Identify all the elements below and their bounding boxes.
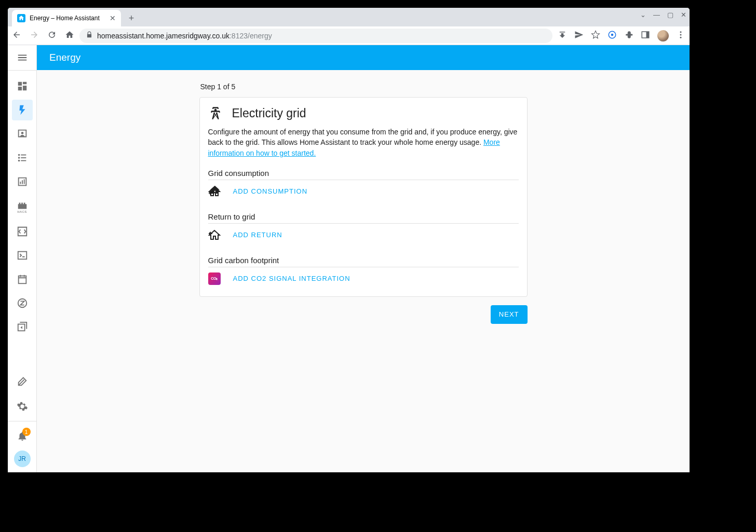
window-close-icon[interactable]: ✕ [681,11,686,19]
add-consumption-row[interactable]: Add consumption [208,185,519,198]
sidebar-item-devtools[interactable] [12,371,33,392]
svg-point-10 [18,157,20,159]
svg-rect-3 [646,32,649,38]
lock-icon [86,31,93,40]
sidebar-item-energy[interactable] [12,100,33,120]
sidebar-item-calendar[interactable] [12,269,33,290]
nav-back-icon[interactable] [12,30,21,42]
add-co2-label: Add CO2 signal integration [233,275,350,282]
browser-tab[interactable]: Energy – Home Assistant ✕ [12,10,121,26]
menu-icon[interactable] [8,45,36,70]
svg-point-8 [18,154,20,156]
add-return-label: Add return [233,231,282,239]
notifications-button[interactable]: 1 [12,426,33,446]
home-export-icon [208,229,221,241]
section-carbon-title: Grid carbon footprint [208,256,519,265]
page-header: Energy [37,45,690,70]
window-minimize-icon[interactable]: — [653,11,660,19]
svg-point-12 [18,160,20,162]
svg-point-5 [680,34,682,35]
url-host: homeassistant.home.jamesridgway.co.uk [97,32,230,40]
add-return-row[interactable]: Add return [208,229,519,241]
page-title: Energy [49,52,80,63]
svg-rect-13 [21,160,26,161]
svg-rect-16 [23,179,24,184]
tab-close-icon[interactable]: ✕ [110,14,116,22]
svg-rect-14 [20,182,21,184]
transmission-tower-icon [208,106,223,120]
electricity-grid-card: Electricity grid Configure the amount of… [199,97,528,297]
svg-rect-11 [21,157,26,158]
card-description: Configure the amount of energy that you … [208,127,519,158]
sidebar-item-settings[interactable] [12,396,33,417]
sidebar: HACS [8,45,37,472]
section-grid-consumption-title: Grid consumption [208,169,519,178]
sidebar-item-file-editor[interactable] [12,221,33,242]
svg-rect-9 [21,155,26,156]
window-maximize-icon[interactable]: ▢ [667,11,673,19]
sidebar-item-map[interactable] [12,124,33,144]
sidepanel-icon[interactable] [641,30,650,42]
home-import-icon [208,185,221,198]
ha-favicon [17,14,25,22]
nav-home-icon[interactable] [65,30,74,42]
svg-point-1 [611,33,614,36]
sidebar-item-zigbee[interactable] [12,293,33,313]
co2-signal-icon: CO₂ [208,272,221,285]
chrome-menu-icon[interactable] [676,30,685,42]
notification-badge: 1 [22,428,31,436]
install-app-icon[interactable] [558,30,567,42]
add-co2-row[interactable]: CO₂ Add CO2 signal integration [208,272,519,285]
wizard-step-label: Step 1 of 5 [199,83,528,91]
url-path: :8123/energy [230,32,272,40]
svg-rect-15 [22,180,23,184]
svg-point-6 [680,36,682,38]
card-title: Electricity grid [232,106,306,120]
address-bar[interactable]: homeassistant.home.jamesridgway.co.uk:81… [79,29,552,43]
section-return-title: Return to grid [208,212,519,221]
sidebar-item-history[interactable] [12,171,33,192]
send-icon[interactable] [574,30,584,42]
chevron-down-icon[interactable]: ⌄ [640,11,646,19]
hacs-label: HACS [17,210,27,213]
nav-reload-icon[interactable] [47,30,57,42]
svg-rect-17 [18,252,26,260]
sidebar-item-overview[interactable] [12,76,33,97]
nav-forward-icon [30,30,39,42]
next-button[interactable]: Next [491,305,528,324]
extensions-icon[interactable] [624,30,633,42]
tab-title: Energy – Home Assistant [30,15,100,22]
sidebar-item-media[interactable] [12,317,33,337]
add-consumption-label: Add consumption [233,187,308,195]
bookmark-star-icon[interactable] [591,30,600,42]
new-tab-button[interactable]: + [124,11,139,25]
sidebar-item-hacs[interactable]: HACS [12,195,33,218]
password-manager-icon[interactable] [608,30,617,42]
profile-avatar[interactable] [657,30,669,42]
sidebar-item-logbook[interactable] [12,147,33,168]
svg-point-4 [680,31,682,33]
sidebar-item-terminal[interactable] [12,245,33,266]
svg-rect-18 [18,276,26,284]
user-avatar[interactable]: JR [14,451,31,467]
svg-point-7 [21,132,23,134]
